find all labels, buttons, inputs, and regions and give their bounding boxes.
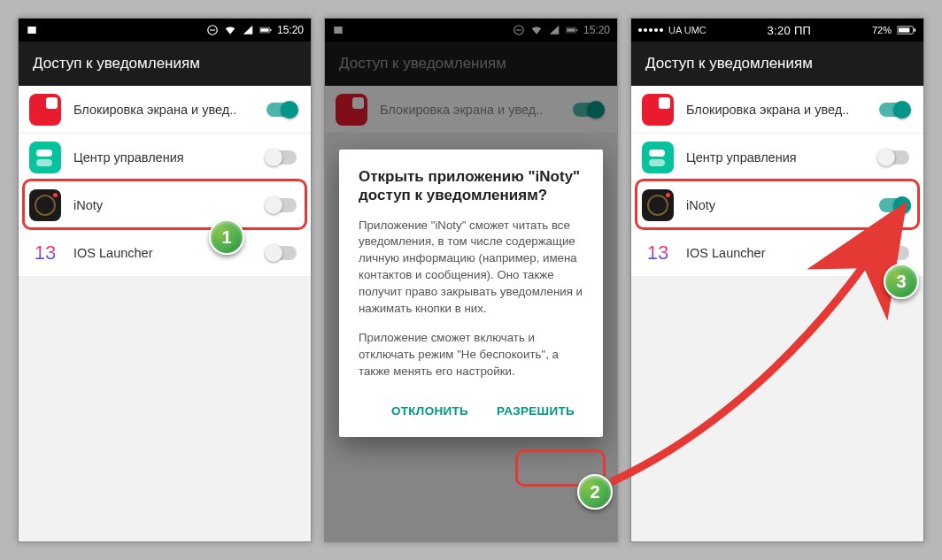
- list-item[interactable]: Блокировка экрана и увед..: [631, 86, 923, 134]
- app-bar: Доступ к уведомлениям: [19, 42, 311, 86]
- list-item-label: Блокировка экрана и увед..: [686, 103, 879, 117]
- list-item[interactable]: 13 IOS Launcher: [19, 229, 311, 277]
- toggle-switch[interactable]: [266, 103, 297, 117]
- wifi-icon: [224, 24, 236, 36]
- notification-access-list: Блокировка экрана и увед.. Центр управле…: [19, 86, 311, 277]
- toggle-switch[interactable]: [879, 103, 909, 117]
- battery-percent: 72%: [872, 25, 892, 35]
- status-bar: 15:20: [19, 19, 311, 42]
- dnd-icon: [206, 24, 219, 36]
- list-item-inoty[interactable]: iNoty: [19, 181, 311, 229]
- carrier-label: UA UMC: [668, 25, 706, 35]
- app-bar: Доступ к уведомлениям: [631, 42, 923, 86]
- dialog-paragraph: Приложение сможет включать и отключать р…: [359, 330, 583, 380]
- list-item[interactable]: Центр управления: [631, 134, 923, 181]
- svg-rect-3: [260, 28, 268, 32]
- list-item[interactable]: 13 IOS Launcher: [631, 229, 923, 277]
- ios-launcher-app-icon: 13: [29, 237, 61, 269]
- toggle-switch[interactable]: [266, 150, 297, 165]
- app-bar-title: Доступ к уведомлениям: [645, 55, 813, 73]
- step-badge-1: 1: [209, 219, 244, 255]
- ios-launcher-app-icon: 13: [642, 237, 674, 269]
- status-time: 3:20 ПП: [768, 24, 812, 37]
- svg-rect-4: [270, 29, 271, 31]
- dialog-title: Открыть приложению "iNoty" доступ к увед…: [359, 167, 583, 205]
- step-badge-3: 3: [884, 264, 919, 299]
- cell-icon: [242, 24, 254, 36]
- lockscreen-app-icon: [29, 94, 61, 126]
- toggle-switch-on[interactable]: [879, 198, 909, 212]
- toggle-switch[interactable]: [879, 150, 909, 165]
- picture-icon: [26, 24, 38, 36]
- status-time: 15:20: [277, 24, 304, 36]
- toggle-switch[interactable]: [266, 246, 297, 260]
- dialog-body: Приложение "iNoty" сможет читать все уве…: [359, 218, 583, 380]
- list-item-inoty[interactable]: iNoty: [631, 181, 923, 229]
- list-item-label: Центр управления: [73, 150, 266, 165]
- list-item[interactable]: Блокировка экрана и увед..: [19, 86, 311, 134]
- list-item-label: IOS Launcher: [686, 246, 879, 260]
- list-item-label: iNoty: [73, 198, 266, 212]
- notification-access-list: Блокировка экрана и увед.. Центр управле…: [631, 86, 923, 277]
- list-item-label: iNoty: [686, 198, 879, 212]
- step-badge-2: 2: [577, 474, 613, 510]
- list-item-label: Блокировка экрана и увед..: [73, 103, 266, 117]
- phone-screenshot-3: UA UMC 3:20 ПП 72% Доступ к уведомлениям…: [630, 18, 924, 542]
- controlcenter-app-icon: [642, 142, 674, 173]
- lockscreen-app-icon: [642, 94, 674, 126]
- phone-screenshot-1: 15:20 Доступ к уведомлениям Блокировка э…: [18, 18, 312, 542]
- deny-button[interactable]: ОТКЛОНИТЬ: [382, 395, 477, 426]
- svg-rect-1: [210, 29, 215, 30]
- list-item-label: Центр управления: [686, 150, 879, 165]
- app-bar-title: Доступ к уведомлениям: [33, 55, 200, 73]
- svg-rect-11: [899, 27, 910, 32]
- status-bar-ios: UA UMC 3:20 ПП 72%: [631, 19, 923, 42]
- svg-rect-12: [914, 28, 915, 31]
- phone-screenshot-2: 15:20 Доступ к уведомлениям Блокировка э…: [324, 18, 618, 542]
- list-item[interactable]: Центр управления: [19, 134, 311, 181]
- inoty-app-icon: [29, 189, 61, 221]
- battery-icon: [897, 24, 916, 36]
- permission-dialog: Открыть приложению "iNoty" доступ к увед…: [339, 150, 603, 437]
- toggle-switch[interactable]: [879, 246, 909, 260]
- toggle-switch[interactable]: [266, 198, 297, 212]
- battery-icon: [259, 24, 272, 36]
- dialog-paragraph: Приложение "iNoty" сможет читать все уве…: [359, 218, 583, 318]
- allow-button[interactable]: РАЗРЕШИТЬ: [488, 395, 583, 426]
- signal-dots-icon: [638, 28, 663, 32]
- controlcenter-app-icon: [29, 142, 61, 173]
- inoty-app-icon: [642, 189, 674, 221]
